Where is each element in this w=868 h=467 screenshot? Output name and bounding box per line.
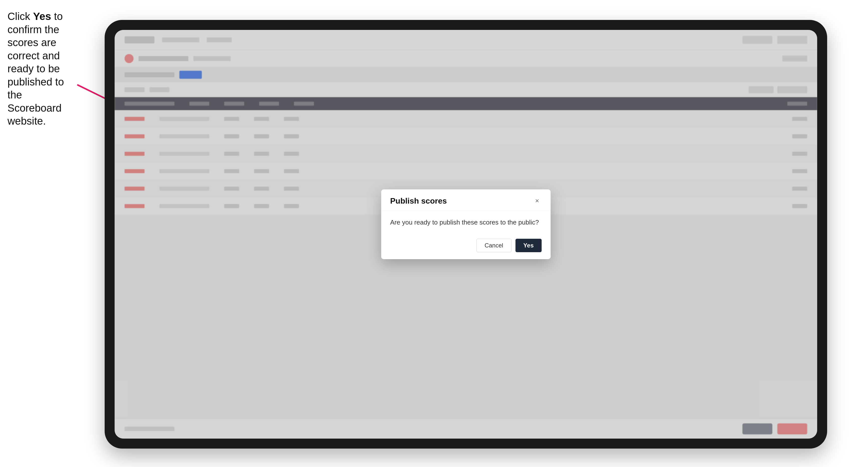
- screen-wrapper: Publish scores × Are you ready to publis…: [115, 30, 817, 439]
- instruction-bold: Yes: [33, 10, 51, 22]
- modal-body: Are you ready to publish these scores to…: [381, 211, 551, 234]
- cancel-button[interactable]: Cancel: [476, 239, 512, 252]
- modal-header: Publish scores ×: [381, 189, 551, 211]
- modal-title: Publish scores: [390, 196, 447, 206]
- modal-footer: Cancel Yes: [381, 234, 551, 259]
- modal-close-button[interactable]: ×: [533, 196, 541, 205]
- tablet-device: Publish scores × Are you ready to publis…: [105, 20, 827, 448]
- yes-button[interactable]: Yes: [516, 239, 541, 252]
- publish-scores-dialog: Publish scores × Are you ready to publis…: [381, 189, 551, 259]
- modal-message: Are you ready to publish these scores to…: [390, 218, 541, 227]
- instruction-text: Click Yes to confirm the scores are corr…: [7, 10, 77, 128]
- modal-overlay: Publish scores × Are you ready to publis…: [115, 30, 817, 439]
- instruction-part2: to confirm the scores are correct and re…: [7, 10, 64, 127]
- tablet-screen: Publish scores × Are you ready to publis…: [115, 30, 817, 439]
- instruction-part1: Click: [7, 10, 33, 22]
